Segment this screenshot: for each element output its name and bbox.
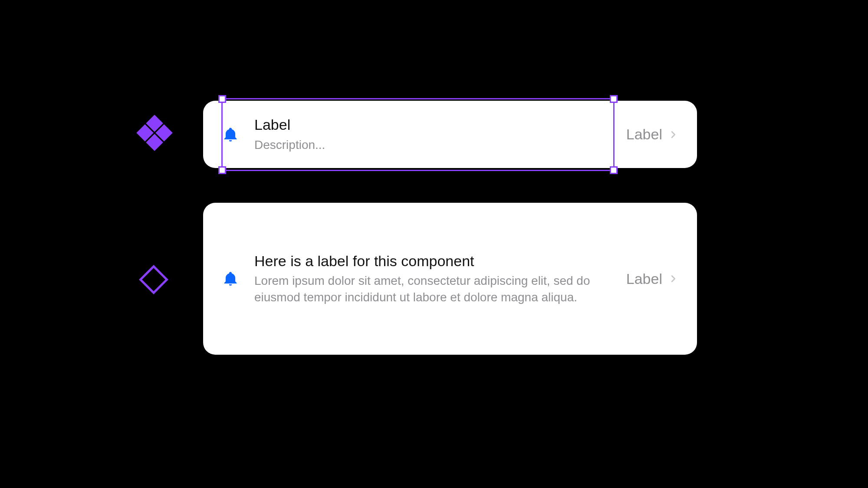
component-outline-icon [139, 265, 168, 294]
list-row-instance[interactable]: Here is a label for this component Lorem… [203, 203, 697, 355]
list-row-text: Label Description... [254, 115, 611, 153]
list-row-description: Lorem ipsum dolor sit amet, consectetur … [254, 273, 611, 306]
list-row-component[interactable]: Label Description... Label [203, 101, 697, 168]
trailing-label: Label [626, 126, 662, 143]
list-row-title: Here is a label for this component [254, 252, 611, 270]
chevron-right-icon [668, 127, 678, 142]
list-row-title: Label [254, 115, 611, 134]
trailing-label: Label [626, 270, 662, 287]
list-row-trailing: Label [626, 126, 678, 143]
list-row-trailing: Label [626, 270, 678, 287]
list-row-description: Description... [254, 137, 611, 153]
list-row-text: Here is a label for this component Lorem… [254, 252, 611, 306]
chevron-right-icon [668, 271, 678, 286]
bell-icon [222, 270, 239, 288]
bell-icon [222, 125, 239, 144]
component-filled-icon [139, 117, 170, 148]
